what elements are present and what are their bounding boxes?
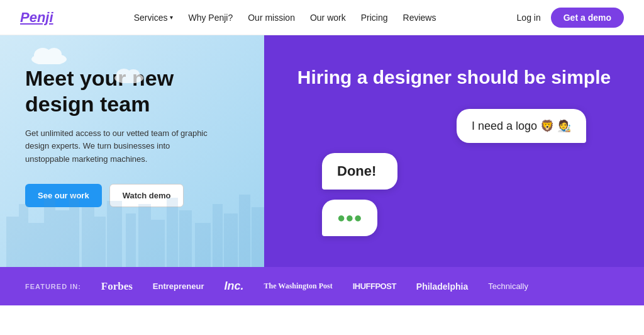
nav-links: Services ▾ Why Penji? Our mission Our wo… xyxy=(134,13,436,23)
hero-section: Meet your new design team Get unlimited … xyxy=(0,35,644,267)
chat-bubble-done: Done! xyxy=(322,153,397,190)
svg-rect-3 xyxy=(44,198,55,267)
featured-bar: FEATURED IN: Forbes Entrepreneur Inc. Th… xyxy=(0,267,644,305)
technically-logo: Technically xyxy=(488,281,528,291)
chat-bubble-request: I need a logo 🦁 🧑‍🎨 xyxy=(457,109,586,143)
svg-rect-4 xyxy=(55,210,69,267)
svg-rect-15 xyxy=(213,204,223,267)
wapo-logo: The Washington Post xyxy=(264,281,333,291)
navigation: Penji Services ▾ Why Penji? Our mission … xyxy=(0,0,644,35)
svg-rect-7 xyxy=(94,217,106,267)
demo-button[interactable]: Get a demo xyxy=(551,8,624,28)
login-link[interactable]: Log in xyxy=(517,13,541,23)
svg-rect-16 xyxy=(224,213,238,267)
featured-logos: Forbes Entrepreneur Inc. The Washington … xyxy=(101,280,528,293)
svg-rect-13 xyxy=(179,210,192,267)
nav-actions: Log in Get a demo xyxy=(517,8,624,28)
chevron-down-icon: ▾ xyxy=(170,14,173,21)
svg-point-21 xyxy=(47,48,62,60)
svg-rect-2 xyxy=(28,223,44,267)
svg-rect-11 xyxy=(151,220,165,267)
svg-rect-9 xyxy=(126,213,136,267)
entrepreneur-logo: Entrepreneur xyxy=(153,281,204,291)
nav-services[interactable]: Services ▾ xyxy=(134,13,174,23)
meet-penji-section: Meet Penji xyxy=(0,305,644,335)
svg-rect-0 xyxy=(6,217,19,267)
svg-rect-1 xyxy=(19,204,28,267)
svg-rect-18 xyxy=(252,207,264,267)
philadelphia-logo: Philadelphia xyxy=(416,281,468,292)
svg-rect-5 xyxy=(69,195,79,267)
nav-our-work[interactable]: Our work xyxy=(310,13,346,23)
brand-logo[interactable]: Penji xyxy=(20,9,53,26)
huffpost-logo: IHUFFPOST xyxy=(353,281,396,291)
hero-left-panel: Meet your new design team Get unlimited … xyxy=(0,35,264,267)
hero-subtext: Get unlimited access to our vetted team … xyxy=(25,127,214,166)
nav-our-mission[interactable]: Our mission xyxy=(248,13,295,23)
svg-rect-6 xyxy=(82,207,94,267)
featured-label: FEATURED IN: xyxy=(25,283,81,290)
nav-pricing[interactable]: Pricing xyxy=(361,13,388,23)
nav-why-penji[interactable]: Why Penji? xyxy=(188,13,233,23)
chat-demo: I need a logo 🦁 🧑‍🎨 Done! ●●● xyxy=(322,109,586,236)
hero-right-headline: Hiring a designer should be simple xyxy=(297,66,611,89)
svg-rect-12 xyxy=(167,198,178,267)
chat-bubble-typing: ●●● xyxy=(322,200,377,236)
svg-point-24 xyxy=(127,69,140,79)
svg-rect-10 xyxy=(138,204,151,267)
forbes-logo: Forbes xyxy=(101,280,133,293)
svg-rect-14 xyxy=(195,223,211,267)
hero-right-panel: Hiring a designer should be simple I nee… xyxy=(264,35,644,267)
svg-rect-17 xyxy=(239,195,250,267)
nav-reviews[interactable]: Reviews xyxy=(403,13,436,23)
svg-rect-8 xyxy=(107,201,122,267)
inc-logo: Inc. xyxy=(224,280,243,293)
